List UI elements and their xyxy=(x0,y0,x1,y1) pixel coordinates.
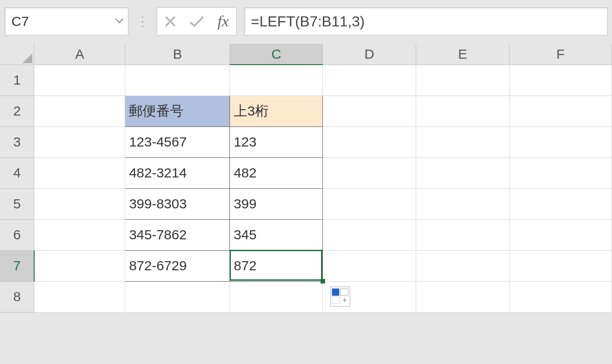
cell-B7[interactable]: 872-6729 xyxy=(125,250,230,281)
cell-F5[interactable] xyxy=(510,188,612,219)
cell-C1[interactable] xyxy=(230,65,323,96)
enter-icon[interactable] xyxy=(184,8,210,35)
cell-F1[interactable] xyxy=(510,65,612,96)
cell-A2[interactable] xyxy=(34,96,125,126)
cell-C5[interactable]: 399 xyxy=(230,188,323,219)
cell-A7[interactable] xyxy=(34,250,125,281)
cell-D1[interactable] xyxy=(323,65,416,96)
cell-E4[interactable] xyxy=(416,157,510,188)
cell-E6[interactable] xyxy=(416,219,510,250)
cancel-icon[interactable] xyxy=(157,8,184,35)
cell-B6[interactable]: 345-7862 xyxy=(125,219,230,250)
cell-B8[interactable] xyxy=(125,281,230,312)
formula-bar-buttons: fx xyxy=(157,7,237,35)
cell-E2[interactable] xyxy=(416,96,510,126)
cell-C2[interactable]: 上3桁 xyxy=(230,96,323,126)
col-header-A[interactable]: A xyxy=(34,44,125,65)
name-box[interactable]: C7 xyxy=(5,7,128,35)
fill-handle[interactable] xyxy=(321,279,325,283)
row-header-6[interactable]: 6 xyxy=(0,219,34,250)
cell-A3[interactable] xyxy=(34,126,125,157)
formula-bar[interactable]: =LEFT(B7:B11,3) xyxy=(244,7,607,35)
cell-E8[interactable] xyxy=(416,281,510,312)
cell-D3[interactable] xyxy=(323,126,416,157)
spreadsheet-grid[interactable]: A B C D E F 1 2 郵便番号 上3桁 3 123-4567 123 … xyxy=(0,44,612,313)
col-header-D[interactable]: D xyxy=(323,44,416,65)
cell-F2[interactable] xyxy=(510,96,612,126)
row-header-8[interactable]: 8 xyxy=(0,281,34,312)
cell-E7[interactable] xyxy=(416,250,510,281)
cell-D2[interactable] xyxy=(323,96,416,126)
row-header-7[interactable]: 7 xyxy=(0,250,34,281)
cell-B5[interactable]: 399-8303 xyxy=(125,188,230,219)
cell-D4[interactable] xyxy=(323,157,416,188)
cell-A1[interactable] xyxy=(34,65,125,96)
formula-bar-value: =LEFT(B7:B11,3) xyxy=(251,13,365,30)
row-header-3[interactable]: 3 xyxy=(0,126,34,157)
fx-icon[interactable]: fx xyxy=(210,8,236,35)
cell-A6[interactable] xyxy=(34,219,125,250)
cell-A8[interactable] xyxy=(34,281,125,312)
col-header-C[interactable]: C xyxy=(230,44,323,65)
cell-E3[interactable] xyxy=(416,126,510,157)
cell-B4[interactable]: 482-3214 xyxy=(125,157,230,188)
formula-bar-row: C7 ⋮ fx =LEFT(B7:B11,3) xyxy=(0,0,612,44)
cell-E1[interactable] xyxy=(416,65,510,96)
col-header-E[interactable]: E xyxy=(416,44,510,65)
cell-D6[interactable] xyxy=(323,219,416,250)
cell-A4[interactable] xyxy=(34,157,125,188)
cell-E5[interactable] xyxy=(416,188,510,219)
select-all-corner[interactable] xyxy=(0,44,34,65)
row-header-1[interactable]: 1 xyxy=(0,65,34,96)
cell-C4[interactable]: 482 xyxy=(230,157,323,188)
row-header-2[interactable]: 2 xyxy=(0,96,34,126)
row-header-4[interactable]: 4 xyxy=(0,157,34,188)
cell-F3[interactable] xyxy=(510,126,612,157)
drag-handle-icon[interactable]: ⋮ xyxy=(136,19,149,24)
cell-C8[interactable] xyxy=(230,281,323,312)
col-header-F[interactable]: F xyxy=(510,44,612,65)
cell-F7[interactable] xyxy=(510,250,612,281)
cell-C3[interactable]: 123 xyxy=(230,126,323,157)
cell-B1[interactable] xyxy=(125,65,230,96)
chevron-down-icon[interactable] xyxy=(115,17,123,25)
cell-F8[interactable] xyxy=(510,281,612,312)
cell-F4[interactable] xyxy=(510,157,612,188)
cell-B3[interactable]: 123-4567 xyxy=(125,126,230,157)
fx-label: fx xyxy=(218,13,229,30)
cell-D5[interactable] xyxy=(323,188,416,219)
cell-C6[interactable]: 345 xyxy=(230,219,323,250)
row-header-5[interactable]: 5 xyxy=(0,188,34,219)
cell-B2[interactable]: 郵便番号 xyxy=(125,96,230,126)
cell-A5[interactable] xyxy=(34,188,125,219)
cell-F6[interactable] xyxy=(510,219,612,250)
col-header-B[interactable]: B xyxy=(125,44,230,65)
cell-D7[interactable] xyxy=(323,250,416,281)
paste-options-icon[interactable]: + xyxy=(330,287,350,307)
name-box-value: C7 xyxy=(11,14,115,29)
cell-C7[interactable]: 872 xyxy=(230,250,323,281)
